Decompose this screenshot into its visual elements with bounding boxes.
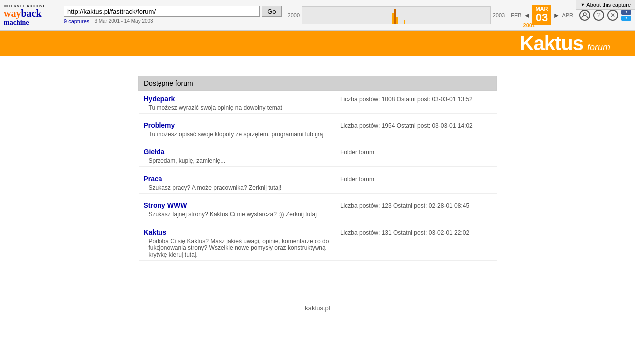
forum-stats-cell: Liczba postów: 131 Ostatni post: 03-02-0… (335, 224, 497, 261)
timeline-bar[interactable] (302, 6, 491, 24)
table-row: PracaSzukasz pracy? A może pracownika? Z… (139, 171, 497, 194)
spacer-row (139, 193, 497, 197)
forum-logo-text: forum (587, 42, 610, 53)
year-2003: 2003 (493, 12, 505, 18)
forum-description: Szukasz fajnej strony? Kaktus Ci nie wys… (144, 211, 330, 218)
capture-spike-1 (392, 13, 394, 24)
facebook-icon[interactable]: f (621, 10, 631, 15)
month-nav: FEB ◄ MAR 03 ► APR 2001 (511, 5, 575, 25)
machine-label: machine (4, 19, 59, 26)
capture-spike-2 (394, 9, 396, 24)
forum-link[interactable]: Strony WWW (144, 201, 187, 209)
forum-description: Szukasz pracy? A może pracownika? Zerkni… (144, 184, 330, 191)
forum-name-cell: GiełdaSprzedam, kupię, zamienię... (139, 144, 335, 167)
forum-logo: Kaktus forum (520, 32, 610, 55)
wayback-label: way (4, 8, 21, 18)
forum-name-cell: KaktusPodoba Ci się Kaktus? Masz jakieś … (139, 224, 335, 261)
table-row: GiełdaSprzedam, kupię, zamienię...Folder… (139, 144, 497, 167)
spacer-row (139, 220, 497, 224)
date-range: 3 Mar 2001 - 14 May 2003 (94, 18, 153, 24)
url-area: http://kaktus.pl/fasttrack/forum/ Go 9 c… (64, 6, 282, 24)
social-icons: f t (621, 10, 631, 21)
forum-description: Tu możesz opisać swoje kłopoty ze sprzęt… (144, 131, 330, 138)
spacer-row (139, 114, 497, 118)
about-capture-label: About this capture (586, 2, 631, 8)
forum-name-cell: PracaSzukasz pracy? A może pracownika? Z… (139, 171, 335, 194)
nav-left[interactable]: ◄ (524, 11, 531, 19)
forum-tbody: HydeparkTu możesz wyrazić swoją opinię n… (139, 91, 497, 265)
spacer-row (139, 260, 497, 264)
table-row: HydeparkTu możesz wyrazić swoją opinię n… (139, 91, 497, 114)
capture-spike-3 (396, 17, 398, 24)
table-header-row: Dostępne forum (139, 76, 497, 91)
forum-link[interactable]: Giełda (144, 148, 165, 156)
user-icon[interactable] (579, 10, 590, 21)
forum-stats-cell: Folder forum (335, 171, 497, 194)
forum-link[interactable]: Kaktus (144, 228, 167, 236)
footer-link[interactable]: kaktus.pl (305, 304, 330, 312)
forum-stats-cell: Liczba postów: 1954 Ostatni post: 03-03-… (335, 118, 497, 140)
table-row: Strony WWWSzukasz fajnej strony? Kaktus … (139, 197, 497, 220)
forum-stats-cell: Liczba postów: 1008 Ostatni post: 03-03-… (335, 91, 497, 114)
ia-label: INTERNET ARCHIVE (4, 4, 59, 8)
forum-stats-cell: Folder forum (335, 144, 497, 167)
forum-name-cell: HydeparkTu możesz wyrazić swoją opinię n… (139, 91, 335, 114)
wayback-toolbar: INTERNET ARCHIVE wayback machine http://… (0, 0, 635, 31)
url-input[interactable]: http://kaktus.pl/fasttrack/forum/ (64, 6, 260, 17)
current-date-block: MAR 03 (532, 5, 551, 25)
capture-spike-4 (404, 20, 405, 24)
forum-description: Podoba Ci się Kaktus? Masz jakieś uwagi,… (144, 238, 330, 258)
wayback-logo[interactable]: INTERNET ARCHIVE wayback machine (4, 4, 59, 26)
timeline-row: 2000 2003 (288, 6, 505, 24)
footer: kaktus.pl (0, 304, 635, 322)
next-month: APR (562, 12, 573, 18)
forum-stats-cell: Liczba postów: 123 Ostatni post: 02-28-0… (335, 197, 497, 220)
table-row: KaktusPodoba Ci się Kaktus? Masz jakieś … (139, 224, 497, 261)
current-day: 03 (536, 12, 548, 24)
forum-link[interactable]: Problemy (144, 121, 175, 129)
about-capture-arrow: ▼ (580, 2, 585, 7)
forum-header: Kaktus forum (0, 31, 635, 56)
kaktus-logo-text: Kaktus (520, 32, 583, 55)
forum-name-cell: ProblemyTu możesz opisać swoje kłopoty z… (139, 118, 335, 140)
close-icon[interactable]: ✕ (607, 10, 618, 21)
help-icon[interactable]: ? (593, 10, 604, 21)
timeline-container: 2000 2003 (288, 6, 505, 24)
nav-right[interactable]: ► (553, 11, 560, 19)
url-row: http://kaktus.pl/fasttrack/forum/ Go (64, 6, 282, 17)
forum-name-cell: Strony WWWSzukasz fajnej strony? Kaktus … (139, 197, 335, 220)
main-content: Dostępne forum HydeparkTu możesz wyrazić… (128, 76, 507, 264)
twitter-icon[interactable]: t (621, 16, 631, 21)
captures-link[interactable]: 9 captures (64, 18, 89, 24)
forum-description: Tu możesz wyrazić swoją opinię na dowoln… (144, 104, 330, 111)
forum-description: Sprzedam, kupię, zamienię... (144, 157, 330, 164)
table-row: ProblemyTu możesz opisać swoje kłopoty z… (139, 118, 497, 140)
forum-link[interactable]: Hydepark (144, 95, 175, 103)
current-year: 2001 (523, 22, 535, 28)
prev-month: FEB (511, 12, 521, 18)
forum-link[interactable]: Praca (144, 175, 162, 183)
right-icons: ? ✕ f t (579, 10, 631, 21)
spacer-row (139, 167, 497, 171)
svg-point-0 (583, 13, 586, 16)
about-capture-button[interactable]: ▼ About this capture (576, 0, 635, 10)
spacer-row (139, 140, 497, 144)
go-button[interactable]: Go (262, 6, 281, 17)
year-2000: 2000 (288, 12, 300, 18)
forum-table: Dostępne forum HydeparkTu możesz wyrazić… (138, 76, 497, 264)
table-header: Dostępne forum (139, 76, 497, 91)
